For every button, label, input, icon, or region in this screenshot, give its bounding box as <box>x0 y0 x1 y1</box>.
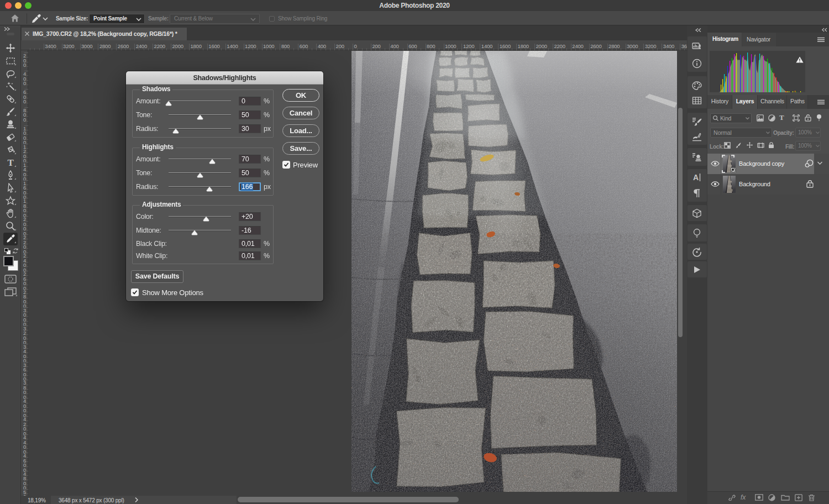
svg-text:T: T <box>7 158 14 167</box>
svg-text:A: A <box>693 173 699 182</box>
